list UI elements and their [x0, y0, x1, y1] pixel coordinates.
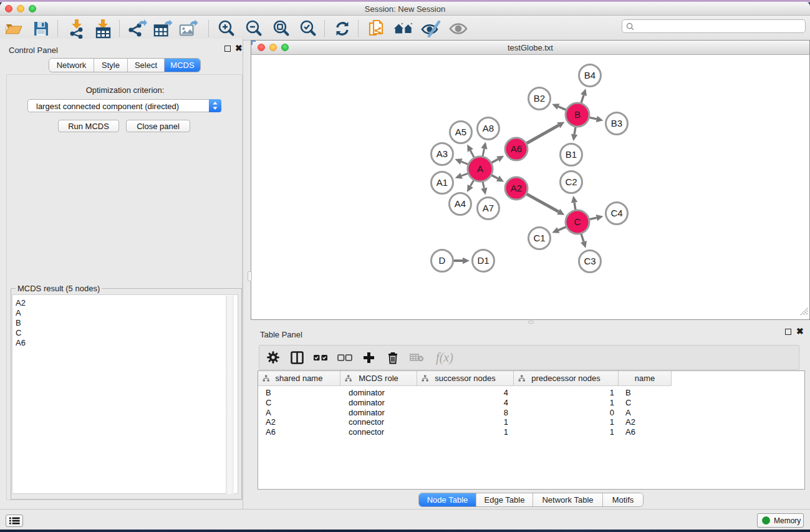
close-table-panel-icon[interactable]: ✖ — [796, 327, 804, 335]
edge-A-A2[interactable] — [492, 175, 498, 178]
scrollbar-track[interactable] — [226, 296, 234, 494]
table-row-A2[interactable]: A2connector11A2 — [258, 417, 804, 427]
resize-handle[interactable] — [800, 307, 808, 318]
memory-button[interactable]: Memory — [757, 513, 804, 528]
duplicate-network-button[interactable] — [367, 19, 387, 39]
table-row-A[interactable]: Adominator80A — [258, 408, 804, 418]
node-D1[interactable]: D1 — [473, 250, 494, 272]
node-A8[interactable]: A8 — [478, 118, 499, 140]
node-B3[interactable]: B3 — [606, 113, 628, 135]
tab-edge-table[interactable]: Edge Table — [476, 493, 533, 506]
node-A[interactable]: A — [468, 157, 493, 181]
close-panel-icon[interactable]: ✖ — [235, 44, 243, 52]
table-row-C[interactable]: Cdominator41C — [258, 398, 804, 408]
mcds-result-item[interactable]: C — [12, 328, 238, 338]
import-table-button[interactable] — [93, 19, 113, 39]
open-file-button[interactable] — [4, 19, 24, 39]
deselect-all-button[interactable] — [335, 348, 354, 367]
refresh-button[interactable] — [332, 19, 352, 39]
column-header-predecessor-nodes[interactable]: predecessor nodes — [514, 371, 619, 385]
node-B2[interactable]: B2 — [529, 88, 551, 110]
zoom-selected-button[interactable] — [298, 19, 318, 39]
node-A1[interactable]: A1 — [432, 172, 453, 194]
export-network-button[interactable] — [127, 19, 147, 39]
splitter-grip-left[interactable] — [248, 271, 252, 281]
show-panels-button[interactable] — [448, 19, 468, 39]
edge-A-A8[interactable] — [483, 148, 484, 156]
mcds-result-item[interactable]: A6 — [12, 338, 238, 348]
export-table-button[interactable] — [153, 19, 173, 39]
splitter-grip-bottom[interactable] — [528, 321, 534, 324]
hide-panels-button[interactable] — [421, 19, 441, 39]
node-A5[interactable]: A5 — [450, 122, 472, 143]
edge-A-A1[interactable] — [461, 173, 468, 176]
edge-B-B4[interactable] — [581, 95, 584, 102]
node-A3[interactable]: A3 — [432, 143, 453, 165]
table-row-B[interactable]: Bdominator41B — [258, 388, 804, 398]
float-panel-icon[interactable] — [224, 46, 231, 52]
column-header-MCDS-role[interactable]: MCDS role — [340, 371, 417, 385]
edge-C-C1[interactable] — [558, 227, 566, 230]
search-box[interactable] — [622, 19, 806, 33]
edge-A-A3[interactable] — [461, 162, 468, 164]
tab-style[interactable]: Style — [94, 59, 128, 72]
mcds-result-item[interactable]: A2 — [12, 298, 238, 308]
export-image-button[interactable] — [178, 19, 198, 39]
import-network-button[interactable] — [67, 19, 87, 39]
criterion-dropdown[interactable]: largest connected component (directed) — [27, 99, 221, 112]
float-table-panel-icon[interactable] — [785, 329, 791, 335]
column-header-name[interactable]: name — [619, 371, 672, 385]
edge-A2-C[interactable] — [527, 194, 559, 211]
networks-overview-button[interactable] — [393, 19, 413, 39]
edge-A6-B[interactable] — [527, 125, 559, 143]
edge-B-B3[interactable] — [590, 117, 597, 119]
node-A7[interactable]: A7 — [478, 198, 499, 220]
tab-mcds[interactable]: MCDS — [165, 59, 200, 72]
tab-network[interactable]: Network — [49, 59, 94, 72]
edge-A-A6[interactable] — [491, 159, 498, 163]
network-canvas[interactable]: B4B2BB3A8A5A6B1A3AA1C2A2A4A7C4CC1C3DD1 — [251, 56, 809, 319]
save-session-button[interactable] — [31, 19, 51, 39]
zoom-out-button[interactable] — [244, 19, 264, 39]
delete-table-button[interactable] — [407, 348, 426, 367]
mcds-result-item[interactable]: A — [12, 308, 238, 318]
run-mcds-button[interactable]: Run MCDS — [58, 120, 119, 132]
zoom-fit-button[interactable] — [271, 19, 291, 39]
node-B[interactable]: B — [566, 103, 589, 127]
edge-C-C4[interactable] — [590, 218, 597, 220]
edge-B-B1[interactable] — [574, 127, 576, 135]
apply-function-button[interactable]: f(x) — [432, 348, 458, 367]
close-panel-button[interactable]: Close panel — [126, 120, 190, 132]
column-header-shared-name[interactable]: shared name — [258, 371, 340, 385]
select-all-button[interactable] — [311, 348, 330, 367]
node-A6[interactable]: A6 — [505, 138, 528, 160]
node-C3[interactable]: C3 — [579, 251, 601, 273]
column-header-successor-nodes[interactable]: successor nodes — [417, 371, 514, 385]
mcds-result-list[interactable]: A2ABCA6 — [12, 294, 238, 494]
edge-B-B2[interactable] — [558, 107, 566, 110]
node-C1[interactable]: C1 — [529, 228, 551, 249]
tab-select[interactable]: Select — [128, 59, 165, 72]
node-B4[interactable]: B4 — [579, 65, 601, 87]
search-input[interactable] — [637, 22, 799, 31]
node-C2[interactable]: C2 — [561, 172, 582, 193]
edge-A-A7[interactable] — [483, 182, 484, 188]
tab-network-table[interactable]: Network Table — [533, 493, 603, 506]
mcds-result-item[interactable]: B — [12, 318, 238, 328]
node-C[interactable]: C — [566, 210, 589, 234]
add-column-button[interactable] — [359, 348, 378, 367]
node-A4[interactable]: A4 — [450, 193, 471, 215]
tab-motifs[interactable]: Motifs — [603, 493, 643, 506]
node-D[interactable]: D — [432, 250, 453, 272]
node-A2[interactable]: A2 — [505, 177, 528, 200]
show-column-panel-button[interactable] — [287, 348, 306, 367]
delete-column-button[interactable] — [383, 348, 402, 367]
show-network-list-button[interactable] — [6, 515, 23, 527]
zoom-in-button[interactable] — [216, 19, 236, 39]
table-row-A6[interactable]: A6connector11A6 — [258, 427, 804, 437]
node-C4[interactable]: C4 — [606, 203, 628, 225]
edge-C-C2[interactable] — [574, 203, 576, 210]
edge-C-C3[interactable] — [581, 234, 584, 241]
edge-A-A5[interactable] — [470, 150, 474, 157]
node-B1[interactable]: B1 — [561, 144, 582, 166]
